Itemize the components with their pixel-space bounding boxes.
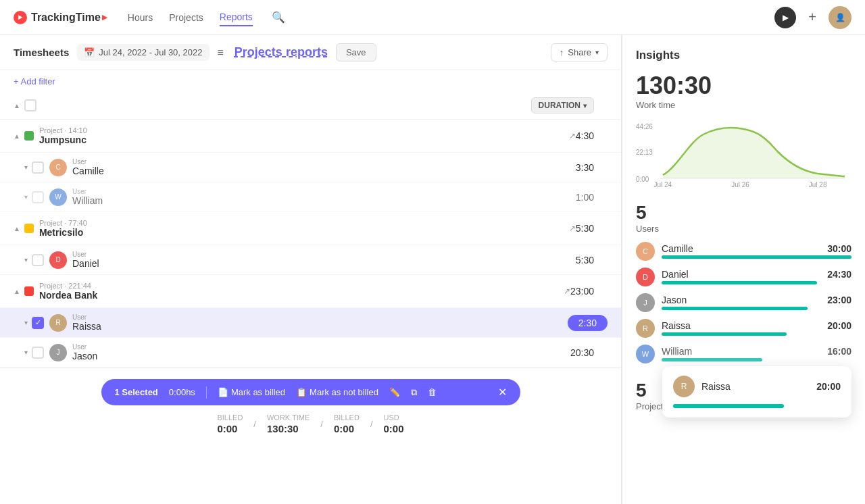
user-info: User Daniel [72,251,576,269]
user-stat-bar [662,281,817,284]
project-name: Jumpsunc [39,134,564,145]
user-stat-bar [662,358,762,361]
user-label: User [72,251,576,258]
collapse-project-icon[interactable]: ▲ [14,132,20,140]
user-name: Raissa [72,321,568,332]
nav-reports[interactable]: Reports [220,9,253,26]
search-icon[interactable]: 🔍 [272,11,285,24]
svg-text:Jul 26: Jul 26 [731,181,749,188]
logo: TrackingTime ▶ [14,11,107,24]
user-duration: 20:30 [570,347,608,358]
user-stat-bar-wrap [662,255,851,259]
external-link-icon[interactable]: ↗ [564,286,570,296]
logo-icon [14,11,27,24]
add-button[interactable]: + [803,8,822,27]
edit-button[interactable]: ✏️ [389,387,400,397]
user-row: ▾ C User Camille 3:30 [0,153,621,182]
collapse-user-icon[interactable]: ▾ [24,193,28,201]
project-color-dot [24,131,34,141]
user-stat-info: William 16:00 [662,346,851,363]
save-button[interactable]: Save [336,43,376,61]
billed2-value: 0:00 [334,423,354,434]
collapse-all-icon[interactable]: ▲ [14,102,20,109]
user-stat-bar-wrap [662,358,851,361]
collapse-user-icon[interactable]: ▾ [24,256,28,263]
user-name: Camille [72,166,576,176]
date-range[interactable]: 📅 Jul 24, 2022 - Jul 30, 2022 [77,44,209,61]
nav-right: ▶ + 👤 [774,6,851,29]
user-stat-name: William [662,346,692,357]
nav-projects[interactable]: Projects [169,9,203,26]
bill-icon: 📄 [218,387,228,397]
date-range-text: Jul 24, 2022 - Jul 30, 2022 [99,47,202,57]
user-stat-time: 23:00 [827,295,851,305]
duration-sort[interactable]: DURATION ▾ [531,97,594,114]
project-row: ▲ Project · 14:10 Jumpsunc ↗ 4:30 [0,120,621,153]
work-time-summary: WORK TIME 130:30 [267,413,310,434]
user-checkbox[interactable] [32,347,44,359]
bottom-area: 1 Selected 0:00hs 📄 Mark as billed 📋 Mar… [0,368,621,445]
user-stat-info: Raissa 20:00 [662,320,851,337]
user-stat-info: Jason 23:00 [662,295,851,311]
user-checkbox[interactable] [32,191,44,203]
usd-label: USD [384,413,404,422]
project-info: Project · 221:44 Nordea Bank [39,282,558,301]
play-button[interactable]: ▶ [774,7,796,28]
user-avatar: J [49,344,67,361]
copy-button[interactable]: ⧉ [411,387,417,398]
close-bar-button[interactable]: ✕ [498,386,507,399]
user-stat-avatar: W [636,345,655,363]
project-name: Metricsilo [39,227,564,238]
selection-count: 1 Selected [115,387,158,397]
nav-hours[interactable]: Hours [128,9,153,26]
separator-2: / [320,419,323,429]
user-stat-row: R Raissa 20:00 [636,319,851,338]
tooltip-avatar: R [673,376,695,397]
user-stat-avatar: R [636,319,655,338]
user-avatar: R [49,314,67,332]
logo-accent: ▶ [102,14,107,21]
users-count: 5 [636,202,851,224]
share-button[interactable]: ↑ Share ▾ [551,43,608,61]
selection-hours: 0:00hs [169,387,195,397]
duration-label: DURATION [539,101,580,110]
usd-value: 0:00 [384,423,404,434]
user-stat-bar [662,307,808,310]
user-avatar: D [49,251,67,269]
user-stat-avatar: D [636,268,655,286]
user-name: Jason [72,351,570,361]
filter-icon[interactable]: ≡ [218,47,224,59]
user-duration: 5:30 [576,255,608,266]
user-checkbox[interactable] [32,161,44,174]
collapse-user-icon[interactable]: ▾ [24,319,28,326]
work-time-value: 130:30 [267,423,299,434]
sub-header: Timesheets 📅 Jul 24, 2022 - Jul 30, 2022… [0,35,621,70]
user-label: User [72,158,576,166]
avatar[interactable]: 👤 [829,6,851,29]
user-stat-name: Daniel [662,269,689,280]
collapse-user-icon[interactable]: ▾ [24,163,28,171]
user-info: User Jason [72,343,570,361]
mark-not-billed-button[interactable]: 📋 Mark as not billed [296,387,378,397]
separator-3: / [370,419,373,429]
share-label: Share [568,47,591,57]
main-layout: Timesheets 📅 Jul 24, 2022 - Jul 30, 2022… [0,35,865,504]
external-link-icon[interactable]: ↗ [569,131,576,141]
user-stat-time: 30:00 [827,243,851,254]
add-filter-link[interactable]: + Add filter [14,76,55,86]
collapse-user-icon[interactable]: ▾ [24,349,28,356]
collapse-project-icon[interactable]: ▲ [14,288,20,295]
user-checkbox[interactable] [32,254,44,266]
usd-summary: USD 0:00 [384,413,404,434]
project-duration: 5:30 [576,223,608,234]
mark-billed-button[interactable]: 📄 Mark as billed [218,387,285,397]
select-all-checkbox[interactable] [24,99,36,111]
line-chart: 44:26 22:13 0:00 Jul 24 Jul 26 Jul 28 [636,121,851,188]
timesheets-label: Timesheets [14,47,69,58]
collapse-project-icon[interactable]: ▲ [14,225,20,232]
delete-button[interactable]: 🗑 [428,387,437,397]
external-link-icon[interactable]: ↗ [569,224,576,233]
billed2-summary: BILLED 0:00 [334,413,360,434]
user-checkbox-checked[interactable] [32,317,44,329]
user-stat-time: 24:30 [827,269,851,280]
